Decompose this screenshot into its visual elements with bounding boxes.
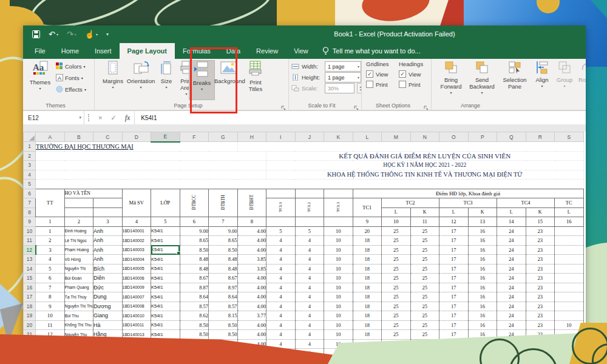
cell[interactable]: 7 xyxy=(36,283,65,292)
cell[interactable]: 5 xyxy=(295,226,324,236)
cell[interactable]: 16 xyxy=(468,292,497,302)
cell[interactable]: 10 xyxy=(324,245,353,255)
cell[interactable]: 23 xyxy=(526,245,555,255)
cell[interactable]: 25 xyxy=(382,330,411,340)
cell[interactable] xyxy=(64,207,93,217)
cell[interactable]: 10 xyxy=(324,274,353,283)
cell[interactable]: 17 xyxy=(439,274,469,283)
row-header-19[interactable]: 19 xyxy=(24,311,36,321)
cell[interactable]: K54I1 xyxy=(151,255,180,265)
enter-icon[interactable]: ✓ xyxy=(106,114,120,122)
cell[interactable]: 17 xyxy=(439,255,469,265)
cell[interactable] xyxy=(266,217,296,227)
cell[interactable]: 6 xyxy=(36,274,65,283)
row-header-9[interactable]: 9 xyxy=(24,217,36,227)
sheet-title-school[interactable]: TRƯỜNG ĐẠI HỌC THƯƠNG MẠI xyxy=(36,142,238,152)
cell[interactable]: 24 xyxy=(497,226,526,236)
cell[interactable]: 8.62 xyxy=(180,311,209,321)
customize-quick-access-toolbar-icon[interactable]: ▾ xyxy=(106,32,109,37)
column-number[interactable]: 14 xyxy=(497,217,526,227)
cell[interactable]: Nguyễn Thị xyxy=(64,264,93,274)
tab-review[interactable]: Review xyxy=(248,43,286,59)
cell[interactable]: 2 xyxy=(36,236,65,246)
cell[interactable]: 10 xyxy=(324,226,353,236)
cell[interactable]: 10 xyxy=(324,330,353,340)
cell[interactable]: 4 xyxy=(295,274,324,283)
cell[interactable]: 24 xyxy=(497,283,526,292)
cell[interactable]: 4 xyxy=(266,255,296,265)
cell[interactable]: 25 xyxy=(410,283,439,292)
selection-pane-button[interactable]: Selection Pane xyxy=(500,60,530,90)
cell[interactable]: 8.15 xyxy=(209,311,238,321)
cell[interactable]: 17 xyxy=(439,311,469,321)
cell[interactable]: K54I1 xyxy=(151,283,180,292)
cell[interactable]: 23 xyxy=(526,311,555,321)
cell[interactable]: 8.67 xyxy=(209,274,238,283)
cell[interactable]: 4.00 xyxy=(237,236,266,246)
tab-home[interactable]: Home xyxy=(53,43,87,59)
cell[interactable] xyxy=(64,198,93,208)
cell[interactable]: 16 xyxy=(468,236,497,246)
header-sub-l[interactable]: L xyxy=(497,207,526,217)
cell[interactable] xyxy=(555,255,584,265)
cell[interactable]: K54I1 xyxy=(151,264,180,274)
column-number[interactable]: 5 xyxy=(151,217,180,227)
cell[interactable]: Anh xyxy=(93,226,123,236)
cell[interactable]: 25 xyxy=(382,292,411,302)
header-lop[interactable]: LỚP xyxy=(151,189,180,217)
cell[interactable]: K54I1 xyxy=(151,274,180,283)
header-tc4[interactable]: TC4 xyxy=(497,198,555,208)
cell[interactable]: Anh xyxy=(93,255,123,265)
cell[interactable]: 4 xyxy=(266,236,296,246)
cell[interactable]: K54I1 xyxy=(151,226,180,236)
row-header-1[interactable]: 1 xyxy=(24,142,36,152)
cell[interactable]: 18D140003 xyxy=(122,245,151,255)
row-header-8[interactable]: 8 xyxy=(24,207,36,217)
align-button[interactable]: Align▾ xyxy=(532,60,552,89)
cell[interactable]: 8.65 xyxy=(180,236,209,246)
cell[interactable]: K54I1 xyxy=(151,292,180,302)
page-setup-dialog-launcher-icon[interactable] xyxy=(281,103,287,108)
cell[interactable]: 25 xyxy=(410,302,439,311)
column-number[interactable]: 3 xyxy=(93,217,123,227)
column-header-A[interactable]: A xyxy=(36,132,65,142)
cell[interactable]: 10 xyxy=(324,311,353,321)
row-header-4[interactable]: 4 xyxy=(24,170,36,180)
column-header-J[interactable]: J xyxy=(295,132,324,142)
header-sub-k[interactable]: K xyxy=(410,207,439,217)
headings-print-checkbox[interactable]: Print xyxy=(399,81,423,88)
cell[interactable]: 3 xyxy=(36,245,65,255)
cell[interactable]: 18D140011 xyxy=(122,320,151,330)
cell[interactable]: 8.50 xyxy=(209,245,238,255)
cell[interactable]: 10 xyxy=(324,302,353,311)
header-sub-k[interactable]: K xyxy=(468,207,497,217)
column-header-L[interactable]: L xyxy=(353,132,382,142)
name-box[interactable]: E12 ▾ xyxy=(23,111,84,124)
row-header-5[interactable]: 5 xyxy=(24,180,36,189)
cell[interactable]: 5 xyxy=(36,264,65,274)
cell[interactable]: 25 xyxy=(410,292,439,302)
cell[interactable]: Đinh Hoàng xyxy=(64,226,93,236)
cell[interactable]: 10 xyxy=(324,292,353,302)
cell[interactable]: 4 xyxy=(295,236,324,246)
cell[interactable]: 1 xyxy=(36,226,65,236)
colors-button[interactable]: Colors▾ xyxy=(56,62,85,70)
column-header-R[interactable]: R xyxy=(526,132,555,142)
cell[interactable] xyxy=(36,170,266,180)
header-sub-l[interactable]: L xyxy=(382,207,411,217)
cell[interactable]: 25 xyxy=(382,274,411,283)
column-header-B[interactable]: B xyxy=(64,132,93,142)
header-tc1[interactable]: TC1 xyxy=(353,198,382,217)
cell[interactable]: 16 xyxy=(468,283,497,292)
cell[interactable]: 4 xyxy=(295,255,324,265)
cell[interactable]: Tạ Thị Thùy xyxy=(64,292,93,302)
cell[interactable]: Vũ Hồng xyxy=(64,255,93,265)
cell[interactable]: 16 xyxy=(468,320,497,330)
row-header-17[interactable]: 17 xyxy=(24,292,36,302)
column-number[interactable]: 10 xyxy=(382,217,411,227)
cell[interactable] xyxy=(555,274,584,283)
cell[interactable]: K54I1 xyxy=(151,302,180,311)
row-header-2[interactable]: 2 xyxy=(24,151,36,161)
header-sub-k[interactable]: K xyxy=(526,207,555,217)
cell[interactable]: 4 xyxy=(295,283,324,292)
